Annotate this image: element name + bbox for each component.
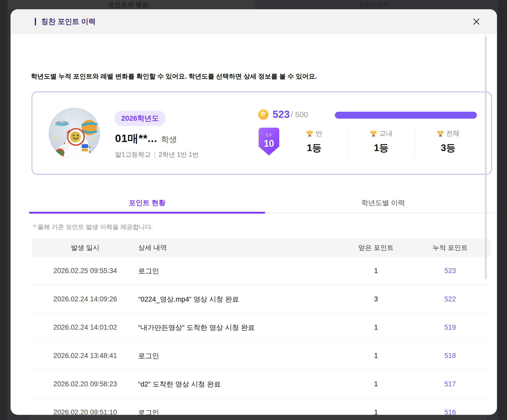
close-icon [471, 17, 481, 27]
cell-datetime: 2026.02.24 14:01:02 [32, 323, 138, 331]
cell-cumulative: 518 [409, 352, 491, 360]
max-points: 500 [295, 110, 308, 119]
header-datetime: 발생 일시 [32, 243, 138, 252]
point-coin-icon: P [258, 109, 268, 120]
rank-overall: 전체 3등 [415, 127, 482, 156]
cell-earned: 1 [343, 323, 409, 331]
cell-cumulative: 516 [409, 408, 491, 415]
cell-datetime: 2026.02.20 09:51:10 [32, 408, 138, 415]
cell-datetime: 2026.02.24 13:48:41 [32, 352, 138, 360]
backdrop-tab-praise-points: 칭찬포인트 [359, 1, 389, 8]
modal-body: 학년도별 누적 포인트와 레벨 변화를 확인할 수 있어요. 학년도를 선택하면… [11, 34, 497, 415]
trophy-icon [437, 130, 444, 137]
level-and-ranks: Lv 10 [258, 127, 482, 156]
scrollbar-thumb[interactable] [485, 36, 487, 279]
tab-yearly-history[interactable]: 학년도별 이력 [265, 193, 497, 213]
school-name: 알1고등학교 [115, 150, 151, 159]
table-row: 2026.02.24 14:09:26 “0224_영상.mp4“ 영상 시청 … [32, 285, 491, 313]
table-row: 2026.02.24 13:48:41 로그인 1 518 [32, 342, 491, 370]
rank-class-value: 1등 [307, 142, 322, 154]
school-info-divider: | [154, 151, 156, 158]
header-cumulative: 누적 포인트 [409, 243, 491, 252]
trophy-icon [370, 130, 377, 137]
backdrop-left-edge [0, 0, 8, 420]
points-history-table: 발생 일시 상세 내역 얻은 포인트 누적 포인트 2026.02.25 09:… [32, 238, 491, 415]
cell-cumulative: 519 [409, 323, 491, 331]
cell-detail: “내가만든영상“ 도착한 영상 시청 완료 [138, 323, 343, 332]
cell-earned: 1 [343, 267, 409, 275]
header-earned: 얻은 포인트 [343, 243, 409, 252]
cell-datetime: 2026.02.25 09:55:34 [32, 267, 138, 275]
current-points: 523 [273, 109, 290, 120]
rank-class-label: 반 [316, 129, 322, 138]
rank-school-value: 1등 [374, 142, 389, 154]
rank-columns: 반 1등 [281, 127, 482, 156]
tab-bar: 포인트 현황 학년도별 이력 [29, 193, 497, 213]
student-name: 01매**... [115, 131, 157, 146]
student-role-label: 학생 [161, 134, 177, 145]
avatar [49, 108, 100, 159]
tab-point-status[interactable]: 포인트 현황 [29, 193, 265, 213]
cell-detail: 로그인 [138, 408, 343, 415]
table-row: 2026.02.25 09:55:34 로그인 1 523 [32, 257, 491, 285]
table-header-row: 발생 일시 상세 내역 얻은 포인트 누적 포인트 [32, 238, 491, 257]
points-progress-bar [335, 112, 477, 119]
backdrop-nav-points-ranking: 포인트와 랭킹 [108, 1, 148, 9]
rank-overall-value: 3등 [441, 142, 456, 154]
praise-point-history-modal: 칭찬 포인트 이력 학년도별 누적 포인트와 레벨 변화를 확인할 수 있어요.… [11, 9, 497, 415]
backdrop-right-edge [498, 0, 507, 420]
table-note: * 올해 기준 포인트 발생 이력을 제공합니다. [33, 223, 153, 231]
points-summary: P 523 / 500 [258, 109, 308, 120]
rank-school: 교내 1등 [348, 127, 415, 156]
header-detail: 상세 내역 [138, 243, 343, 252]
title-marker [35, 18, 36, 25]
trophy-icon [306, 130, 313, 137]
level-badge: Lv 10 [258, 127, 280, 156]
cell-cumulative: 517 [409, 380, 491, 388]
cell-datetime: 2026.02.24 14:09:26 [32, 295, 138, 303]
cell-cumulative: 522 [409, 295, 491, 303]
cell-earned: 1 [343, 380, 409, 388]
cell-detail: “d2“ 도착한 영상 시청 완료 [138, 380, 343, 389]
modal-header: 칭찬 포인트 이력 [11, 9, 497, 34]
cell-earned: 1 [343, 352, 409, 360]
school-info: 알1고등학교 | 2학년 1반 1번 [115, 150, 199, 159]
close-button[interactable] [471, 16, 482, 27]
points-progress-fill [335, 112, 477, 119]
modal-title: 칭찬 포인트 이력 [41, 17, 96, 27]
table-row: 2026.02.20 09:51:10 로그인 1 516 [32, 398, 491, 415]
class-info: 2학년 1반 1번 [159, 150, 199, 159]
backdrop-bottom-card [30, 415, 486, 420]
table-row: 2026.02.20 09:58:23 “d2“ 도착한 영상 시청 완료 1 … [32, 370, 491, 398]
student-name-row: 01매**... 학생 [115, 131, 177, 146]
school-year-badge: 2026학년도 [115, 111, 165, 126]
profile-card: 2026학년도 01매**... 학생 알1고등학교 | 2학년 1반 1번 P… [32, 92, 492, 174]
cell-detail: 로그인 [138, 351, 343, 361]
cell-earned: 1 [343, 408, 409, 415]
level-label: Lv [266, 132, 272, 137]
level-value: 10 [264, 138, 274, 149]
cell-earned: 3 [343, 295, 409, 303]
rank-school-label: 교내 [379, 129, 393, 138]
cell-detail: “0224_영상.mp4“ 영상 시청 완료 [138, 295, 343, 304]
table-row: 2026.02.24 14:01:02 “내가만든영상“ 도착한 영상 시청 완… [32, 313, 491, 342]
cell-datetime: 2026.02.20 09:58:23 [32, 380, 138, 388]
rank-overall-label: 전체 [446, 129, 460, 138]
rank-class: 반 1등 [281, 127, 348, 156]
cell-detail: 로그인 [138, 266, 343, 276]
description-text: 학년도별 누적 포인트와 레벨 변화를 확인할 수 있어요. 학년도를 선택하면… [31, 72, 317, 81]
points-separator: / [291, 110, 293, 119]
cell-cumulative: 523 [409, 267, 491, 275]
